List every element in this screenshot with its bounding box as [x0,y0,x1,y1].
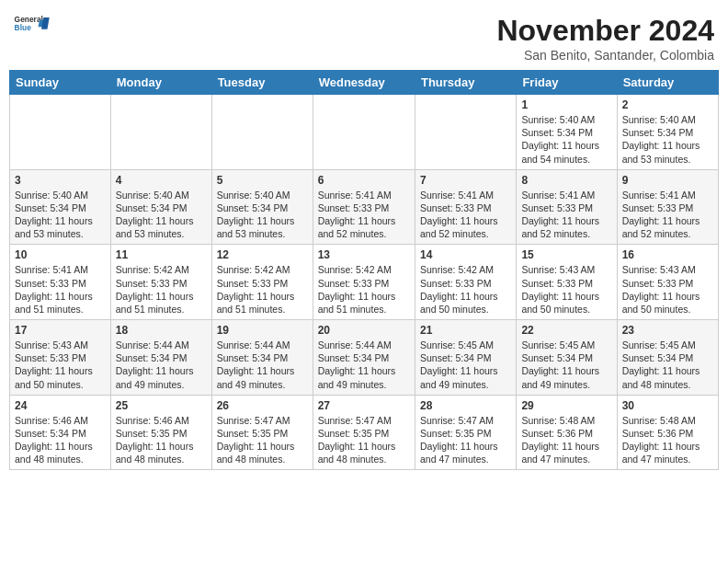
day-number: 4 [116,174,207,187]
day-info: Sunrise: 5:47 AM Sunset: 5:35 PM Dayligh… [420,414,511,466]
day-info: Sunrise: 5:46 AM Sunset: 5:34 PM Dayligh… [15,414,106,466]
day-cell: 19Sunrise: 5:44 AM Sunset: 5:34 PM Dayli… [211,320,313,396]
day-info: Sunrise: 5:43 AM Sunset: 5:33 PM Dayligh… [15,339,106,391]
day-info: Sunrise: 5:42 AM Sunset: 5:33 PM Dayligh… [217,263,308,316]
day-info: Sunrise: 5:42 AM Sunset: 5:33 PM Dayligh… [116,263,207,316]
col-header-tuesday: Tuesday [211,71,313,95]
day-cell: 21Sunrise: 5:45 AM Sunset: 5:34 PM Dayli… [415,320,516,396]
day-cell: 27Sunrise: 5:47 AM Sunset: 5:35 PM Dayli… [313,395,415,470]
day-info: Sunrise: 5:48 AM Sunset: 5:36 PM Dayligh… [622,414,713,466]
day-cell: 3Sunrise: 5:40 AM Sunset: 5:34 PM Daylig… [10,169,111,245]
header: General Blue November 2024 San Benito, S… [9,9,719,63]
day-cell: 23Sunrise: 5:45 AM Sunset: 5:34 PM Dayli… [617,320,718,396]
day-number: 12 [217,248,308,261]
day-number: 18 [116,324,207,337]
day-info: Sunrise: 5:40 AM Sunset: 5:34 PM Dayligh… [15,189,106,241]
logo-svg: General Blue [14,14,51,34]
day-number: 17 [15,324,106,337]
day-info: Sunrise: 5:44 AM Sunset: 5:34 PM Dayligh… [116,339,207,391]
day-number: 26 [217,399,308,412]
day-number: 21 [420,324,511,337]
week-row-4: 24Sunrise: 5:46 AM Sunset: 5:34 PM Dayli… [10,395,719,470]
day-number: 14 [420,248,511,261]
month-year: November 2024 [496,14,714,48]
day-number: 23 [622,324,713,337]
day-info: Sunrise: 5:42 AM Sunset: 5:33 PM Dayligh… [318,263,410,316]
day-number: 6 [318,174,410,187]
svg-text:Blue: Blue [15,23,32,32]
day-cell: 26Sunrise: 5:47 AM Sunset: 5:35 PM Dayli… [211,395,313,470]
day-info: Sunrise: 5:41 AM Sunset: 5:33 PM Dayligh… [622,189,713,241]
day-cell: 10Sunrise: 5:41 AM Sunset: 5:33 PM Dayli… [10,245,111,320]
day-cell: 7Sunrise: 5:41 AM Sunset: 5:33 PM Daylig… [415,169,516,245]
day-number: 22 [521,324,611,337]
day-info: Sunrise: 5:45 AM Sunset: 5:34 PM Dayligh… [521,339,611,391]
day-number: 8 [521,174,611,187]
day-number: 10 [15,248,106,261]
day-cell: 24Sunrise: 5:46 AM Sunset: 5:34 PM Dayli… [10,395,111,470]
day-info: Sunrise: 5:41 AM Sunset: 5:33 PM Dayligh… [420,189,511,241]
day-cell: 9Sunrise: 5:41 AM Sunset: 5:33 PM Daylig… [617,169,718,245]
day-number: 19 [217,324,308,337]
day-info: Sunrise: 5:41 AM Sunset: 5:33 PM Dayligh… [318,189,410,241]
logo: General Blue [14,14,51,34]
day-number: 27 [318,399,410,412]
day-info: Sunrise: 5:41 AM Sunset: 5:33 PM Dayligh… [15,263,106,316]
day-number: 30 [622,399,713,412]
day-info: Sunrise: 5:40 AM Sunset: 5:34 PM Dayligh… [521,113,611,166]
day-cell: 30Sunrise: 5:48 AM Sunset: 5:36 PM Dayli… [617,395,718,470]
day-cell [110,95,211,170]
day-number: 9 [622,174,713,187]
col-header-sunday: Sunday [10,71,111,95]
day-cell: 6Sunrise: 5:41 AM Sunset: 5:33 PM Daylig… [313,169,415,245]
day-info: Sunrise: 5:47 AM Sunset: 5:35 PM Dayligh… [318,414,410,466]
day-cell [313,95,415,170]
day-cell [211,95,313,170]
week-row-1: 3Sunrise: 5:40 AM Sunset: 5:34 PM Daylig… [10,169,719,245]
day-info: Sunrise: 5:43 AM Sunset: 5:33 PM Dayligh… [521,263,611,316]
day-number: 20 [318,324,410,337]
day-info: Sunrise: 5:48 AM Sunset: 5:36 PM Dayligh… [521,414,611,466]
day-number: 25 [116,399,207,412]
day-info: Sunrise: 5:41 AM Sunset: 5:33 PM Dayligh… [521,189,611,241]
day-cell: 16Sunrise: 5:43 AM Sunset: 5:33 PM Dayli… [617,245,718,320]
day-cell: 15Sunrise: 5:43 AM Sunset: 5:33 PM Dayli… [517,245,617,320]
day-number: 2 [622,98,713,111]
day-number: 29 [521,399,611,412]
day-info: Sunrise: 5:40 AM Sunset: 5:34 PM Dayligh… [217,189,308,241]
day-info: Sunrise: 5:46 AM Sunset: 5:35 PM Dayligh… [116,414,207,466]
col-header-thursday: Thursday [415,71,516,95]
col-header-saturday: Saturday [617,71,718,95]
day-info: Sunrise: 5:43 AM Sunset: 5:33 PM Dayligh… [622,263,713,316]
day-cell: 18Sunrise: 5:44 AM Sunset: 5:34 PM Dayli… [110,320,211,396]
day-cell: 1Sunrise: 5:40 AM Sunset: 5:34 PM Daylig… [517,95,617,170]
day-info: Sunrise: 5:45 AM Sunset: 5:34 PM Dayligh… [420,339,511,391]
day-cell: 12Sunrise: 5:42 AM Sunset: 5:33 PM Dayli… [211,245,313,320]
day-cell: 20Sunrise: 5:44 AM Sunset: 5:34 PM Dayli… [313,320,415,396]
location: San Benito, Santander, Colombia [496,48,714,63]
day-cell: 5Sunrise: 5:40 AM Sunset: 5:34 PM Daylig… [211,169,313,245]
day-cell: 2Sunrise: 5:40 AM Sunset: 5:34 PM Daylig… [617,95,718,170]
day-number: 5 [217,174,308,187]
week-row-0: 1Sunrise: 5:40 AM Sunset: 5:34 PM Daylig… [10,95,719,170]
day-cell: 17Sunrise: 5:43 AM Sunset: 5:33 PM Dayli… [10,320,111,396]
col-header-friday: Friday [517,71,617,95]
day-info: Sunrise: 5:40 AM Sunset: 5:34 PM Dayligh… [116,189,207,241]
day-cell: 4Sunrise: 5:40 AM Sunset: 5:34 PM Daylig… [110,169,211,245]
day-number: 28 [420,399,511,412]
day-cell [10,95,111,170]
day-number: 16 [622,248,713,261]
day-info: Sunrise: 5:47 AM Sunset: 5:35 PM Dayligh… [217,414,308,466]
day-info: Sunrise: 5:45 AM Sunset: 5:34 PM Dayligh… [622,339,713,391]
day-cell: 11Sunrise: 5:42 AM Sunset: 5:33 PM Dayli… [110,245,211,320]
day-cell: 28Sunrise: 5:47 AM Sunset: 5:35 PM Dayli… [415,395,516,470]
week-row-2: 10Sunrise: 5:41 AM Sunset: 5:33 PM Dayli… [10,245,719,320]
day-info: Sunrise: 5:44 AM Sunset: 5:34 PM Dayligh… [217,339,308,391]
day-cell: 25Sunrise: 5:46 AM Sunset: 5:35 PM Dayli… [110,395,211,470]
day-number: 7 [420,174,511,187]
week-row-3: 17Sunrise: 5:43 AM Sunset: 5:33 PM Dayli… [10,320,719,396]
col-header-wednesday: Wednesday [313,71,415,95]
day-number: 15 [521,248,611,261]
day-cell: 14Sunrise: 5:42 AM Sunset: 5:33 PM Dayli… [415,245,516,320]
col-header-monday: Monday [110,71,211,95]
